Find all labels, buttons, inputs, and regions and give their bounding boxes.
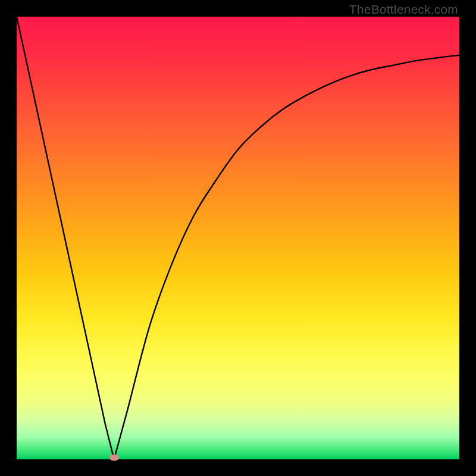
watermark-text: TheBottleneck.com [349,2,458,17]
bottleneck-curve [17,17,459,459]
chart-frame: TheBottleneck.com [0,0,476,476]
minimum-marker [109,455,119,461]
plot-area [17,17,459,459]
